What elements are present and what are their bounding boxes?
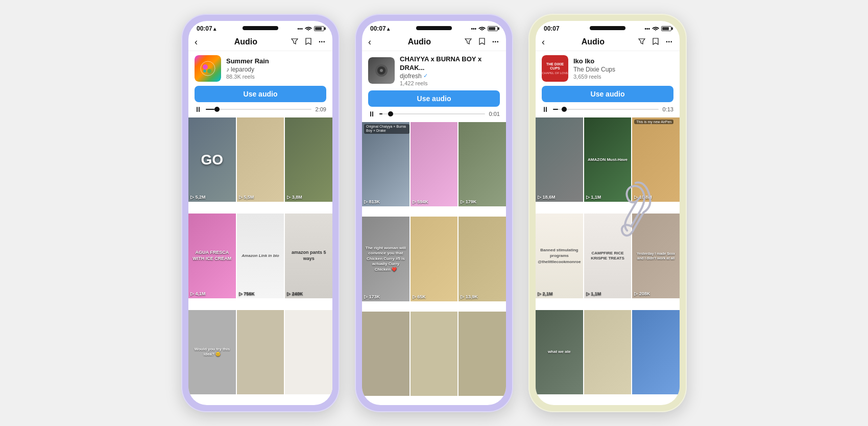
phone-1: 00:07 ▲ ••• ‹ Audio — [181, 14, 340, 412]
view-count-1-3: ▷ 3,8M — [287, 195, 302, 200]
audio-card-2: CHAIYYA x BURNA BOY x DRAK... djofresh ✓… — [362, 51, 506, 90]
use-audio-btn-1[interactable]: Use audio — [195, 86, 326, 102]
amazon-link-text: Amazon Link in bio — [242, 253, 279, 258]
audio-reel-count-2: 1,422 reels — [400, 80, 500, 86]
use-audio-btn-2[interactable]: Use audio — [368, 90, 500, 107]
go-text: GO — [201, 151, 224, 169]
video-grid-2: Original Chaiyya × Burna Boy × Drake ▷ 8… — [362, 122, 506, 405]
battery-icon-2 — [488, 26, 498, 31]
grid-cell-3-7[interactable]: what we ate — [536, 310, 583, 394]
filter-icon-2[interactable] — [464, 37, 473, 48]
audio-thumb-3: THE DIXIE CUPS CHAPEL OF LOVE — [542, 55, 568, 82]
grid-cell-1-7[interactable]: Would you try this idea? 😊 — [188, 310, 236, 394]
grid-cell-2-8[interactable] — [411, 312, 458, 396]
what-we-ate-text: what we ate — [548, 349, 571, 354]
grid-cell-1-2[interactable]: ▷ 5,5M — [237, 117, 284, 202]
signal-icon-2: ••• — [471, 26, 476, 32]
progress-track-2[interactable] — [379, 113, 485, 114]
view-count-2-1: ▷ 813K — [364, 199, 380, 204]
grid-cell-2-1[interactable]: Original Chaiyya × Burna Boy × Drake ▷ 8… — [362, 122, 409, 206]
battery-icon-3 — [661, 26, 671, 31]
back-button-2[interactable]: ‹ — [368, 37, 371, 48]
back-button-3[interactable]: ‹ — [542, 37, 545, 48]
battery-icon-1 — [314, 26, 324, 31]
view-count-2-3: ▷ 179K — [461, 199, 476, 204]
grid-cell-1-1[interactable]: GO ▷ 5,2M — [188, 117, 236, 202]
progress-track-3[interactable] — [553, 109, 659, 110]
grid-cell-2-7[interactable] — [362, 312, 409, 396]
phone-3: 00:07 ••• ‹ Audio — [528, 14, 687, 412]
phone-2: 00:07 ▲ ••• ‹ Audio — [355, 14, 513, 412]
status-icons-1: ••• — [297, 26, 324, 32]
more-icon-2[interactable]: ··· — [491, 36, 500, 48]
more-icon-1[interactable]: ··· — [318, 36, 326, 48]
audio-title-2: CHAIYYA x BURNA BOY x DRAK... — [400, 55, 500, 73]
grid-cell-2-5[interactable]: ▷ 65K — [411, 217, 458, 301]
more-icon-3[interactable]: ··· — [665, 36, 673, 48]
agua-fresca-text: AGUA FRESCA with ICE CREAM — [190, 250, 234, 262]
view-count-3-6: ▷ 208K — [634, 291, 650, 296]
view-count-1-2: ▷ 5,5M — [239, 195, 254, 200]
grid-cell-2-4[interactable]: The right woman will convince you that C… — [362, 217, 409, 301]
progress-time-3: 0:13 — [663, 106, 673, 112]
grid-cell-1-4[interactable]: AGUA FRESCA with ICE CREAM ▷ 4,1M — [188, 214, 236, 298]
amazon-must-have-text: AMAZON Must-Have — [588, 157, 628, 162]
grid-cell-3-1[interactable]: ▷ 18,6M — [536, 117, 583, 202]
pause-icon-2[interactable]: ⏸ — [368, 110, 375, 118]
view-count-2-5: ▷ 65K — [413, 294, 426, 299]
nav-title-1: Audio — [202, 37, 290, 46]
bookmark-icon-2[interactable] — [478, 37, 486, 48]
video-grid-3: ▷ 18,6M AMAZON Must-Have ▷ 1,1M This is … — [536, 117, 680, 405]
progress-row-3: ⏸ 0:13 — [536, 105, 680, 117]
grid-cell-3-8[interactable] — [584, 310, 632, 394]
view-count-1-5: ▷ 756K — [239, 291, 255, 296]
chicken-text: The right woman will convince you that C… — [364, 246, 407, 272]
grid-cell-1-8[interactable] — [237, 310, 284, 394]
audio-reel-count-1: 88.3K reels — [226, 74, 326, 80]
grid-cell-1-6[interactable]: amazon pants 5 ways ▷ 240K — [285, 214, 332, 298]
grid-cell-2-3[interactable]: ▷ 179K — [459, 122, 506, 206]
arrow-icon-1: ▲ — [212, 26, 218, 32]
progress-time-1: 2:09 — [316, 106, 326, 112]
audio-info-3: Iko Iko The Dixie Cups 3,659 reels — [573, 57, 673, 80]
grid-cell-1-9[interactable] — [285, 310, 332, 394]
original-tag: Original Chaiyya × Burna Boy × Drake — [364, 124, 409, 134]
grid-cell-3-4[interactable]: Banned stimulating programs @thelittleco… — [536, 214, 583, 298]
phone-3-notch — [590, 26, 625, 30]
pause-icon-3[interactable]: ⏸ — [542, 105, 549, 113]
pause-icon-1[interactable]: ⏸ — [195, 105, 202, 113]
grid-cell-2-9[interactable] — [459, 312, 506, 396]
svg-point-3 — [207, 69, 211, 73]
bookmark-icon-3[interactable] — [652, 37, 660, 48]
svg-point-7 — [380, 69, 383, 72]
phone-1-notch — [243, 26, 278, 30]
wifi-icon-3 — [652, 26, 659, 32]
grid-cell-1-3[interactable]: ▷ 3,8M — [285, 117, 332, 202]
back-button-1[interactable]: ‹ — [195, 37, 198, 48]
grid-cell-2-6[interactable]: ▷ 13,9K — [459, 217, 506, 301]
grid-cell-3-9[interactable] — [632, 310, 680, 394]
view-count-1-4: ▷ 4,1M — [190, 291, 206, 296]
wifi-icon-1 — [305, 26, 312, 32]
bookmark-icon-1[interactable] — [304, 37, 312, 48]
phone-1-inner: 00:07 ▲ ••• ‹ Audio — [188, 21, 332, 405]
filter-icon-3[interactable] — [637, 37, 646, 48]
svg-point-4 — [203, 69, 206, 73]
yesterday-text: Yesterday I made $xxx and I didn't work … — [634, 251, 678, 261]
grid-cell-2-2[interactable]: ▷ 594K — [411, 122, 458, 206]
status-icons-3: ••• — [644, 26, 671, 32]
audio-thumb-2 — [368, 57, 395, 84]
filter-icon-1[interactable] — [290, 37, 299, 48]
audio-reel-count-3: 3,659 reels — [573, 74, 673, 80]
phone-1-nav: ‹ Audio ··· — [188, 34, 332, 51]
time-display-3: 00:07 — [544, 25, 560, 32]
audio-title-1: Summer Rain — [226, 57, 326, 66]
amazon-pants-text: amazon pants 5 ways — [287, 250, 330, 262]
use-audio-btn-3[interactable]: Use audio — [542, 86, 673, 102]
progress-track-1[interactable] — [206, 109, 311, 110]
audio-artist-2: djofresh ✓ — [400, 73, 500, 80]
nav-title-3: Audio — [549, 37, 637, 46]
audio-thumb-1 — [195, 55, 221, 82]
grid-cell-1-5[interactable]: Amazon Link in bio ▷ 756K — [237, 214, 284, 298]
phone-2-inner: 00:07 ▲ ••• ‹ Audio — [362, 21, 506, 405]
